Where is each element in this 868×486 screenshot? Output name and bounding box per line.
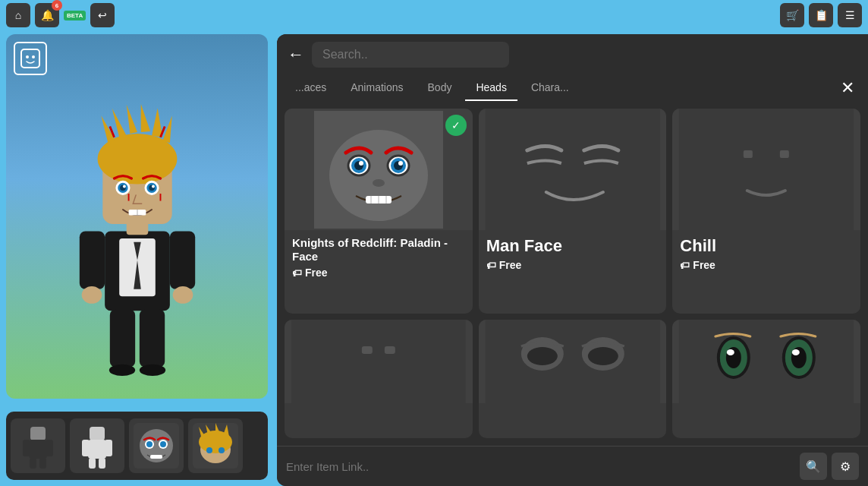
top-bar-right: 🛒 📋 ☰: [780, 3, 862, 27]
svg-point-2: [32, 55, 35, 58]
svg-rect-0: [21, 49, 39, 68]
grid-item-eyes2[interactable]: [479, 320, 667, 438]
svg-point-72: [359, 161, 363, 166]
item-info-man-face: Man Face 🏷 Free: [479, 230, 667, 279]
grid-item-man-face[interactable]: Man Face 🏷 Free: [479, 109, 667, 314]
tag-icon: 🏷: [292, 267, 302, 279]
tab-animations[interactable]: Animations: [340, 75, 414, 101]
grid-item-chill[interactable]: Chill 🏷 Free: [672, 109, 860, 314]
svg-rect-5: [79, 232, 104, 289]
grid-item-anime[interactable]: [672, 320, 860, 438]
item-image-noob: [285, 320, 473, 403]
svg-point-35: [139, 364, 165, 376]
svg-rect-37: [29, 440, 47, 459]
search-input[interactable]: [312, 42, 509, 68]
tab-faces[interactable]: ...aces: [285, 75, 337, 101]
svg-rect-84: [780, 150, 789, 158]
thumbnail-bar: [6, 412, 268, 480]
item-title-chill: Chill: [680, 236, 853, 256]
thumbnail-hair-closeup[interactable]: [188, 418, 243, 473]
footer-icons: 🔍 ⚙: [800, 453, 859, 480]
svg-rect-87: [385, 346, 395, 354]
item-title-knights: Knights of Redcliff: Paladin - Face: [292, 236, 465, 264]
svg-point-33: [172, 286, 193, 304]
tag-icon-2: 🏷: [486, 260, 496, 271]
svg-rect-6: [169, 232, 194, 289]
svg-point-90: [527, 347, 557, 365]
svg-rect-83: [744, 150, 753, 158]
avatar-character: [6, 34, 268, 399]
cart-icon[interactable]: 🛒: [780, 3, 804, 27]
home-icon[interactable]: ⌂: [6, 3, 30, 27]
nav-tabs: ...aces Animations Body Heads Chara... ✕: [277, 75, 868, 101]
item-price-chill: 🏷 Free: [680, 259, 853, 271]
svg-point-53: [160, 441, 166, 447]
undo-icon[interactable]: ↩: [90, 3, 115, 27]
item-price-knights: 🏷 Free: [292, 267, 465, 279]
thumbnail-dark-body[interactable]: [11, 418, 65, 473]
menu-icon[interactable]: ☰: [838, 3, 862, 27]
svg-point-65: [329, 130, 428, 221]
item-link-input[interactable]: [286, 460, 800, 473]
svg-point-76: [373, 179, 385, 187]
svg-point-26: [122, 185, 125, 188]
thumbnail-light-body[interactable]: [70, 418, 124, 473]
item-info-chill: Chill 🏷 Free: [672, 230, 860, 279]
thumbnail-face-closeup[interactable]: [129, 418, 184, 473]
item-title-man-face: Man Face: [486, 236, 659, 256]
settings-button[interactable]: ⚙: [832, 453, 859, 480]
svg-point-92: [587, 347, 618, 365]
svg-point-34: [108, 364, 134, 376]
avatar-face-icon: [14, 42, 47, 75]
item-price-man-face: 🏷 Free: [486, 259, 659, 271]
svg-rect-88: [485, 320, 659, 403]
notifications-icon[interactable]: 🔔 6: [35, 3, 59, 27]
item-image-chill: [672, 109, 860, 230]
svg-rect-36: [30, 427, 46, 440]
svg-point-73: [398, 161, 403, 166]
svg-marker-16: [152, 109, 162, 137]
svg-rect-81: [485, 109, 659, 230]
zoom-button[interactable]: 🔍: [800, 453, 827, 480]
notification-badge: 6: [52, 0, 62, 11]
svg-rect-39: [46, 440, 53, 456]
grid-item-knights-face[interactable]: ✓: [285, 109, 473, 314]
back-button[interactable]: ←: [288, 45, 304, 65]
svg-marker-15: [140, 104, 149, 132]
svg-point-101: [792, 349, 800, 355]
panel-header: ←: [277, 34, 868, 75]
avatar-panel: [6, 34, 268, 399]
svg-rect-41: [39, 458, 46, 469]
svg-rect-44: [82, 440, 90, 456]
tag-icon-3: 🏷: [680, 260, 690, 271]
grid-item-noob[interactable]: [285, 320, 473, 438]
catalog-icon[interactable]: 📋: [809, 3, 833, 27]
svg-rect-38: [23, 440, 30, 456]
svg-point-63: [219, 447, 225, 453]
svg-point-1: [26, 55, 29, 58]
tab-characters[interactable]: Chara...: [520, 75, 580, 101]
svg-point-27: [152, 185, 155, 188]
tab-heads[interactable]: Heads: [465, 75, 517, 101]
svg-rect-86: [362, 346, 373, 354]
svg-rect-82: [679, 109, 854, 230]
svg-marker-14: [126, 105, 137, 134]
svg-rect-8: [139, 309, 164, 367]
svg-point-32: [81, 286, 102, 304]
svg-rect-93: [679, 320, 854, 403]
svg-rect-46: [89, 458, 96, 469]
svg-rect-54: [150, 455, 162, 459]
item-info-knights: Knights of Redcliff: Paladin - Face 🏷 Fr…: [285, 230, 473, 286]
svg-rect-85: [291, 320, 466, 403]
close-button[interactable]: ✕: [835, 75, 860, 101]
selected-badge: ✓: [445, 115, 467, 136]
svg-point-62: [206, 447, 212, 453]
svg-rect-40: [30, 458, 36, 469]
right-panel: ← ...aces Animations Body Heads Chara...…: [277, 34, 868, 486]
tab-body[interactable]: Body: [417, 75, 463, 101]
svg-rect-43: [88, 440, 106, 459]
item-image-eyes2: [479, 320, 667, 403]
svg-marker-13: [112, 109, 126, 137]
top-bar: ⌂ 🔔 6 BETA ↩ 🛒 📋 ☰: [0, 0, 868, 30]
svg-point-52: [146, 441, 153, 447]
